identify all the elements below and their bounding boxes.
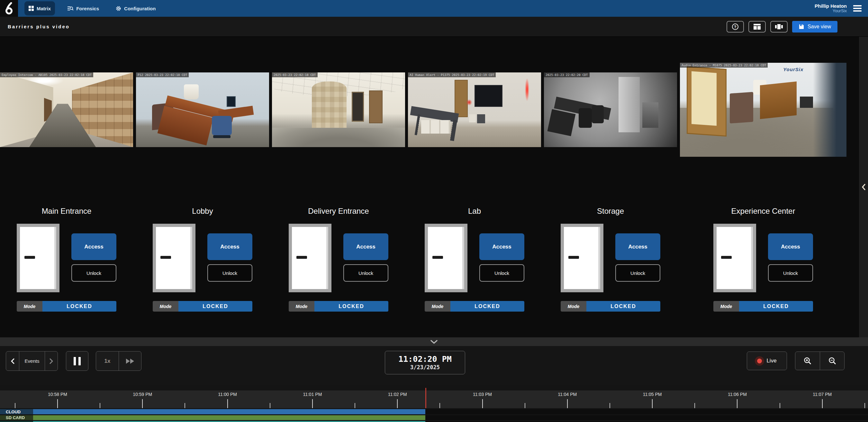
camera-tile-front-office[interactable]: P12 2025-03-23 22:02:18 CDT	[136, 73, 269, 147]
user-info[interactable]: Phillip Heaton YourSix	[815, 3, 847, 13]
sd-card-track[interactable]: SD CARD	[0, 415, 868, 420]
access-button[interactable]: Access	[479, 233, 524, 260]
door-icon	[153, 224, 195, 292]
speed-value[interactable]: 1x	[96, 351, 119, 370]
cloud-recording-bar[interactable]	[33, 409, 425, 414]
right-panel-toggle[interactable]	[859, 37, 868, 337]
camera-tile-experience-center[interactable]: YourSix Audio Entrance - M1075 2025-03-2…	[680, 63, 846, 157]
timeline-major-tick	[397, 399, 398, 408]
timeline-time-label: 11:03 PM	[473, 392, 492, 397]
main-content: Employee Intercom - AB105 2025-03-23 22:…	[0, 37, 868, 337]
pause-icon	[79, 357, 81, 365]
access-button[interactable]: Access	[615, 233, 660, 260]
camera-overlay-text: 2025-03-23 22:02:20 CDT	[544, 73, 590, 77]
timeline-time-label: 10:58 PM	[48, 392, 67, 397]
door-handle-icon	[297, 256, 307, 259]
hamburger-menu-icon[interactable]	[852, 4, 863, 13]
subheader-actions: ? Save view	[726, 21, 837, 32]
unlock-button[interactable]: Unlock	[343, 264, 389, 282]
unlock-button[interactable]: Unlock	[768, 264, 813, 282]
timeline-playhead[interactable]	[425, 388, 426, 408]
camera-row: Employee Intercom - AB105 2025-03-23 22:…	[0, 37, 868, 157]
door-name: Lab	[425, 207, 524, 216]
pause-button[interactable]	[66, 351, 88, 371]
save-icon	[799, 24, 804, 30]
forensics-search-icon	[67, 6, 73, 11]
camera-tile-lab-room[interactable]: AI Human Alert - P1375 2025-03-23 22:02:…	[408, 73, 541, 147]
tab-forensics[interactable]: Forensics	[63, 1, 103, 16]
events-label[interactable]: Events	[19, 351, 45, 370]
timeline-time-label: 11:00 PM	[218, 392, 237, 397]
tab-configuration[interactable]: Configuration	[112, 1, 160, 16]
next-event-button[interactable]	[45, 351, 58, 370]
mode-bar[interactable]: Mode LOCKED	[561, 301, 660, 312]
door-name: Main Entrance	[17, 207, 116, 216]
timeline-major-tick	[737, 399, 738, 408]
panorama-view-button[interactable]	[770, 21, 787, 32]
timeline-time-label: 11:07 PM	[813, 392, 832, 397]
camera-tile-storage-ir[interactable]: 2025-03-23 22:02:20 CDT	[544, 73, 677, 147]
timeline-tick-band[interactable]: 10:58 PM10:59 PM11:00 PM11:01 PM11:02 PM…	[0, 390, 868, 408]
sd-recording-bar[interactable]	[33, 415, 425, 420]
unlock-button[interactable]: Unlock	[615, 264, 660, 282]
zoom-in-button[interactable]	[795, 352, 820, 370]
save-view-button[interactable]: Save view	[792, 21, 837, 32]
timeline-major-tick	[142, 399, 143, 408]
mode-bar[interactable]: Mode LOCKED	[153, 301, 252, 312]
door-handle-icon	[721, 256, 732, 259]
mode-bar[interactable]: Mode LOCKED	[425, 301, 524, 312]
camera-tile-hallway[interactable]: Employee Intercom - AB105 2025-03-23 22:…	[0, 73, 133, 147]
mode-bar[interactable]: Mode LOCKED	[713, 301, 813, 312]
mode-bar[interactable]: Mode LOCKED	[289, 301, 389, 312]
access-button[interactable]: Access	[768, 233, 813, 260]
layout-view-button[interactable]	[748, 21, 766, 32]
camera-overlay-text: Employee Intercom - AB105 2025-03-23 22:…	[0, 73, 93, 77]
nav-right: Phillip Heaton YourSix	[815, 3, 868, 13]
camera-tile-corridor[interactable]: 2025-03-23 22:02:18 CDT	[272, 73, 405, 147]
nav-tabs: Matrix Forensics Configuration	[25, 0, 160, 17]
mode-label: Mode	[17, 301, 42, 312]
door-panel-row: Main Entrance Access Unlock Mode LOCKED …	[0, 207, 868, 312]
door-name: Lobby	[153, 207, 252, 216]
tab-matrix[interactable]: Matrix	[25, 1, 55, 16]
unlock-button[interactable]: Unlock	[71, 264, 116, 282]
access-button[interactable]: Access	[207, 233, 252, 260]
fast-forward-button[interactable]	[119, 351, 141, 370]
door-icon	[289, 224, 332, 292]
panorama-icon	[775, 24, 783, 30]
user-org: YourSix	[815, 9, 847, 13]
timeline-minor-tick	[354, 403, 355, 408]
door-panel: Lobby Access Unlock Mode LOCKED	[153, 207, 252, 312]
timeline-time-label: 11:06 PM	[728, 392, 747, 397]
svg-text:?: ?	[734, 25, 736, 29]
timeline-minor-tick	[270, 403, 270, 408]
current-time: 11:02:20 PM	[398, 355, 452, 364]
timeline[interactable]: 10:58 PM10:59 PM11:00 PM11:01 PM11:02 PM…	[0, 385, 868, 422]
live-label: Live	[767, 358, 776, 364]
current-date: 3/23/2025	[410, 364, 440, 370]
live-button[interactable]: Live	[747, 351, 787, 370]
timeline-time-label: 11:02 PM	[388, 392, 407, 397]
zoom-out-button[interactable]	[820, 352, 844, 370]
chevron-right-icon	[50, 358, 53, 364]
access-button[interactable]: Access	[343, 233, 389, 260]
unlock-button[interactable]: Unlock	[479, 264, 524, 282]
fast-forward-icon	[126, 358, 135, 364]
cloud-track[interactable]: CLOUD	[0, 409, 868, 414]
mode-value: LOCKED	[42, 301, 116, 312]
unlock-button[interactable]: Unlock	[207, 264, 252, 282]
timeline-time-label: 11:05 PM	[643, 392, 662, 397]
timeline-time-label: 11:01 PM	[303, 392, 322, 397]
timeline-major-tick	[482, 399, 483, 408]
yoursix-logo[interactable]	[0, 0, 18, 17]
user-name: Phillip Heaton	[815, 3, 847, 9]
speed-control: 1x	[96, 351, 142, 371]
timeline-collapse-toggle[interactable]	[0, 337, 868, 346]
mode-value: LOCKED	[586, 301, 660, 312]
access-button[interactable]: Access	[71, 233, 116, 260]
door-handle-icon	[568, 256, 579, 259]
help-button[interactable]: ?	[726, 21, 744, 32]
timeline-zoom-control	[795, 351, 844, 370]
previous-event-button[interactable]	[6, 351, 19, 370]
mode-bar[interactable]: Mode LOCKED	[17, 301, 116, 312]
